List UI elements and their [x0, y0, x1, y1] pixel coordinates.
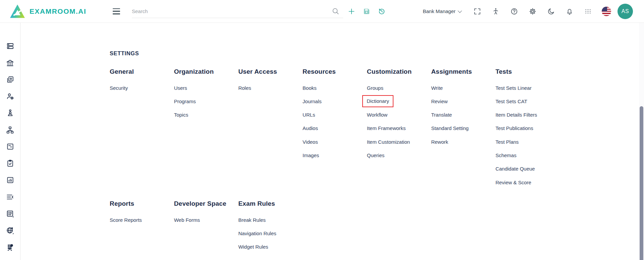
- list-item: Programs: [174, 99, 238, 104]
- list-item: Widget Rules: [238, 244, 303, 250]
- sitemap-icon[interactable]: [5, 125, 15, 134]
- settings-section-assignments: AssignmentsWriteReviewTranslateStandard …: [431, 68, 495, 200]
- section-heading-general: General: [110, 68, 174, 75]
- list-item: Score Reports: [110, 217, 174, 222]
- history-icon[interactable]: [376, 6, 387, 17]
- table-list-icon[interactable]: [5, 209, 15, 218]
- settings-link-candidate-queue[interactable]: Candidate Queue: [495, 166, 535, 172]
- help-icon[interactable]: [508, 6, 520, 17]
- list-item: Item Details Filters: [495, 112, 560, 118]
- settings-link-journals[interactable]: Journals: [303, 99, 322, 104]
- search-icon[interactable]: [330, 5, 341, 17]
- settings-link-groups[interactable]: Groups: [367, 85, 383, 91]
- bank-icon[interactable]: [5, 58, 15, 67]
- settings-section-customization: CustomizationGroupsDictionaryWorkflowIte…: [367, 68, 431, 200]
- settings-link-review[interactable]: Review: [431, 99, 447, 104]
- settings-link-test-sets-linear[interactable]: Test Sets Linear: [495, 85, 532, 91]
- settings-section-general: GeneralSecurity: [110, 68, 174, 200]
- dns-rows-icon[interactable]: [5, 42, 15, 51]
- settings-link-break-rules[interactable]: Break Rules: [238, 217, 266, 223]
- save-icon[interactable]: [361, 6, 372, 17]
- list-collapse-icon[interactable]: [5, 192, 15, 201]
- examroom-logo: EXAMROOM.AI: [10, 5, 101, 18]
- list-item: Topics: [174, 112, 238, 118]
- settings-icon[interactable]: [527, 6, 538, 17]
- settings-section-resources: ResourcesBooksJournalsURLsAudiosVideosIm…: [303, 68, 367, 200]
- settings-link-videos[interactable]: Videos: [303, 139, 318, 145]
- notifications-icon[interactable]: [564, 6, 575, 17]
- settings-link-images[interactable]: Images: [303, 152, 319, 158]
- library-add-icon[interactable]: [5, 75, 15, 84]
- settings-link-review-score[interactable]: Review & Score: [495, 180, 531, 185]
- settings-link-users[interactable]: Users: [174, 85, 187, 91]
- list-item: Test Plans: [495, 139, 560, 144]
- section-heading-reports: Reports: [110, 200, 174, 207]
- list-item: Security: [110, 85, 174, 90]
- scrollbar-track: [639, 0, 644, 260]
- chart-box-icon[interactable]: [5, 176, 15, 185]
- role-selector-dropdown[interactable]: Bank Manager: [423, 8, 461, 14]
- brand-name: EXAMROOM.AI: [30, 7, 86, 15]
- manage-accounts-icon[interactable]: [5, 92, 15, 101]
- settings-link-test-sets-cat[interactable]: Test Sets CAT: [495, 99, 527, 104]
- section-heading-tests: Tests: [495, 68, 560, 75]
- fullscreen-icon[interactable]: [472, 6, 483, 17]
- list-item: Books: [303, 85, 367, 90]
- settings-link-standard-setting[interactable]: Standard Setting: [431, 125, 469, 131]
- language-flag-icon[interactable]: [602, 7, 611, 16]
- section-heading-customization: Customization: [367, 68, 431, 75]
- settings-link-item-details-filters[interactable]: Item Details Filters: [495, 112, 537, 118]
- section-heading-user-access: User Access: [238, 68, 303, 75]
- settings-section-organization: OrganizationUsersProgramsTopics: [174, 68, 238, 200]
- settings-link-score-reports[interactable]: Score Reports: [110, 217, 142, 223]
- accessibility-icon[interactable]: [490, 6, 501, 17]
- role-selector-label: Bank Manager: [423, 8, 455, 14]
- settings-link-topics[interactable]: Topics: [174, 112, 189, 118]
- menu-icon[interactable]: [112, 8, 121, 15]
- user-shield-icon[interactable]: [5, 109, 15, 118]
- section-heading-resources: Resources: [303, 68, 367, 75]
- settings-link-roles[interactable]: Roles: [238, 85, 251, 91]
- settings-link-dictionary-highlighted[interactable]: Dictionary: [362, 95, 393, 107]
- settings-section-reports: ReportsScore Reports: [110, 200, 174, 258]
- section-heading-organization: Organization: [174, 68, 238, 75]
- settings-link-navigation-rules[interactable]: Navigation Rules: [238, 231, 276, 236]
- list-item: Queries: [367, 152, 431, 158]
- list-item: Review: [431, 99, 495, 104]
- settings-link-rework[interactable]: Rework: [431, 139, 448, 145]
- dark-mode-icon[interactable]: [545, 6, 557, 17]
- avatar[interactable]: AS: [618, 4, 633, 19]
- settings-link-programs[interactable]: Programs: [174, 99, 196, 104]
- search-field: [132, 5, 343, 18]
- settings-link-widget-rules[interactable]: Widget Rules: [238, 244, 268, 250]
- web-globe-icon[interactable]: [5, 226, 15, 235]
- settings-section-exam-rules: Exam RulesBreak RulesNavigation RulesWid…: [238, 200, 303, 258]
- settings-link-urls[interactable]: URLs: [303, 112, 315, 118]
- logo-triangle-icon: [10, 5, 25, 18]
- settings-link-item-customization[interactable]: Item Customization: [367, 139, 410, 145]
- settings-link-schemas[interactable]: Schemas: [495, 152, 517, 158]
- clipboard-check-icon[interactable]: [5, 159, 15, 168]
- settings-link-queries[interactable]: Queries: [367, 152, 385, 158]
- add-icon[interactable]: [346, 6, 357, 17]
- settings-link-item-frameworks[interactable]: Item Frameworks: [367, 125, 406, 131]
- settings-link-audios[interactable]: Audios: [303, 125, 318, 131]
- search-input[interactable]: [132, 8, 330, 14]
- settings-link-books[interactable]: Books: [303, 85, 317, 91]
- settings-link-workflow[interactable]: Workflow: [367, 112, 387, 118]
- data-server-icon[interactable]: [5, 243, 15, 252]
- apps-grid-icon[interactable]: [582, 6, 594, 17]
- form-summary-icon[interactable]: [5, 142, 15, 151]
- list-item: Candidate Queue: [495, 166, 560, 172]
- list-item: Test Publications: [495, 126, 560, 131]
- settings-page: SETTINGS GeneralSecurityOrganizationUser…: [20, 23, 639, 260]
- list-item: Audios: [303, 126, 367, 131]
- settings-section-user-access: User AccessRoles: [238, 68, 303, 200]
- settings-link-write[interactable]: Write: [431, 85, 443, 91]
- scrollbar-thumb[interactable]: [640, 106, 643, 260]
- settings-link-web-forms[interactable]: Web Forms: [174, 217, 200, 223]
- settings-link-translate[interactable]: Translate: [431, 112, 452, 118]
- settings-link-test-plans[interactable]: Test Plans: [495, 139, 519, 145]
- settings-link-test-publications[interactable]: Test Publications: [495, 125, 533, 131]
- settings-link-security[interactable]: Security: [110, 85, 128, 91]
